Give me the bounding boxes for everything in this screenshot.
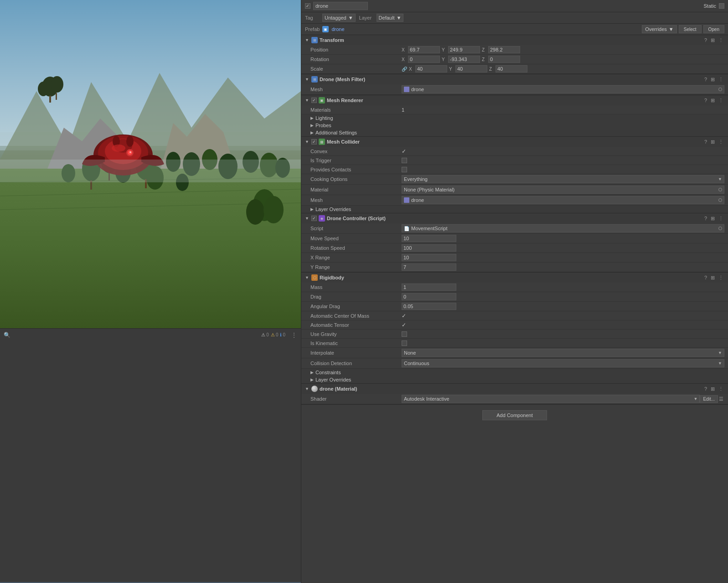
mesh-collider-more-btn[interactable]: ⋮	[718, 139, 724, 145]
script-row: Script 📄 MovementScript	[301, 223, 728, 234]
y-range-input[interactable]	[402, 263, 456, 271]
object-header: ✓ Static	[301, 0, 728, 12]
layer-dropdown[interactable]: Default ▼	[377, 14, 404, 22]
overrides-dropdown[interactable]: Overrides ▼	[642, 25, 677, 33]
inspector-panel[interactable]: ✓ Static Tag Untagged ▼ Layer Default ▼ …	[301, 0, 728, 583]
select-button[interactable]: Select	[679, 25, 702, 33]
scale-label: Scale	[310, 66, 402, 72]
drone-controller-help-btn[interactable]: ?	[703, 216, 708, 222]
mesh-collider-title: Mesh Collider	[327, 139, 702, 144]
scale-z-input[interactable]	[496, 65, 527, 72]
material-list-btn[interactable]: ☰	[718, 396, 724, 402]
mesh-renderer-help-btn[interactable]: ?	[703, 98, 708, 103]
rigidbody-more-btn[interactable]: ⋮	[718, 275, 724, 281]
constraints-header[interactable]: ▶ Constraints	[301, 369, 728, 376]
rigidbody-preset-btn[interactable]: ⊞	[710, 275, 716, 281]
cooking-options-dropdown[interactable]: Everything ▼	[402, 175, 724, 183]
mesh-filter-header[interactable]: ▼ ⊞ Drone (Mesh Filter) ? ⊞ ⋮	[301, 74, 728, 84]
material-header[interactable]: ▼ drone (Material) ? ⊞ ⋮	[301, 384, 728, 394]
use-gravity-checkbox[interactable]	[402, 331, 407, 337]
scale-x-input[interactable]	[415, 65, 447, 72]
x-range-input[interactable]	[402, 254, 456, 261]
transform-preset-btn[interactable]: ⊞	[710, 37, 716, 43]
materials-count: 1	[402, 107, 724, 113]
rigidbody-title: Rigidbody	[320, 275, 702, 280]
drag-input[interactable]	[402, 293, 456, 300]
position-z-input[interactable]	[488, 46, 520, 53]
rotation-speed-input[interactable]	[402, 244, 456, 252]
mass-row: Mass	[301, 283, 728, 292]
mesh-filter-mesh-icon	[404, 87, 409, 92]
lighting-header[interactable]: ▶ Lighting	[301, 114, 728, 122]
add-component-button[interactable]: Add Component	[482, 410, 547, 420]
object-enable-checkbox[interactable]: ✓	[305, 3, 310, 9]
mesh-renderer-enable[interactable]: ✓	[311, 98, 317, 103]
is-trigger-checkbox[interactable]	[402, 158, 407, 163]
provides-contacts-label: Provides Contacts	[310, 167, 402, 172]
move-speed-row: Move Speed	[301, 234, 728, 243]
move-speed-input[interactable]	[402, 235, 456, 242]
angular-drag-input[interactable]	[402, 303, 456, 310]
script-dot[interactable]	[718, 227, 722, 230]
cooking-options-row: Cooking Options Everything ▼	[301, 174, 728, 185]
mass-input[interactable]	[402, 284, 456, 291]
probes-label: Probes	[315, 123, 331, 128]
mesh-renderer-header[interactable]: ▼ ✓ ▣ Mesh Renderer ? ⊞ ⋮	[301, 95, 728, 105]
interpolate-dropdown[interactable]: None ▼	[402, 349, 724, 357]
svg-point-43	[112, 144, 125, 152]
transform-header[interactable]: ▼ ⊞ Transform ? ⊞ ⋮	[301, 35, 728, 45]
rotation-x-input[interactable]	[408, 56, 440, 63]
drone-controller-collapse: ▼	[305, 216, 310, 221]
mesh-collider-material-dot[interactable]	[718, 188, 722, 191]
open-button[interactable]: Open	[703, 25, 724, 33]
is-kinematic-checkbox[interactable]	[402, 341, 407, 346]
x-range-label: X Range	[310, 255, 402, 260]
provides-contacts-checkbox[interactable]	[402, 167, 407, 172]
mesh-renderer-more-btn[interactable]: ⋮	[718, 98, 724, 103]
mesh-collider-help-btn[interactable]: ?	[703, 139, 708, 145]
material-help-btn[interactable]: ?	[703, 386, 708, 392]
rigidbody-layer-overrides[interactable]: ▶ Layer Overrides	[301, 376, 728, 383]
probes-header[interactable]: ▶ Probes	[301, 122, 728, 129]
mesh-collider-mesh-dot[interactable]	[718, 198, 722, 202]
drone-controller-enable[interactable]: ✓	[311, 216, 317, 221]
rotation-x-field: X	[402, 56, 440, 63]
drag-row: Drag	[301, 292, 728, 302]
transform-more-btn[interactable]: ⋮	[718, 37, 724, 43]
position-x-input[interactable]	[408, 46, 440, 53]
mesh-collider-header[interactable]: ▼ ✓ ▦ Mesh Collider ? ⊞ ⋮	[301, 137, 728, 147]
collision-detection-dropdown[interactable]: Continuous ▼	[402, 359, 724, 367]
drone-controller-preset-btn[interactable]: ⊞	[710, 216, 716, 222]
scene-more-btn[interactable]: ⋮	[291, 331, 297, 339]
additional-settings-header[interactable]: ▶ Additional Settings	[301, 129, 728, 136]
mesh-collider-enable[interactable]: ✓	[311, 139, 317, 144]
rotation-fields: X Y Z	[402, 56, 724, 63]
material-preset-btn[interactable]: ⊞	[710, 386, 716, 392]
scene-svg	[0, 0, 301, 328]
rigidbody-header[interactable]: ▼ ⬡ Rigidbody ? ⊞ ⋮	[301, 273, 728, 283]
position-y-input[interactable]	[448, 46, 480, 53]
mesh-renderer-preset-btn[interactable]: ⊞	[710, 98, 716, 103]
rotation-y-input[interactable]	[448, 56, 480, 63]
shader-edit-btn[interactable]: Edit...	[700, 395, 718, 403]
scale-y-input[interactable]	[455, 65, 487, 72]
material-more-btn[interactable]: ⋮	[718, 386, 724, 392]
shader-label: Shader	[310, 396, 402, 402]
mesh-filter-more-btn[interactable]: ⋮	[718, 77, 724, 83]
object-name-input[interactable]	[313, 2, 368, 10]
mesh-filter-help-btn[interactable]: ?	[703, 77, 708, 83]
mesh-collider-layer-overrides[interactable]: ▶ Layer Overrides	[301, 206, 728, 213]
drone-controller-more-btn[interactable]: ⋮	[718, 216, 724, 222]
mesh-filter-preset-btn[interactable]: ⊞	[710, 77, 716, 83]
transform-collapse-arrow: ▼	[305, 38, 310, 42]
mesh-filter-mesh-dot[interactable]	[718, 88, 722, 91]
drone-controller-header[interactable]: ▼ ✓ ◈ Drone Controller (Script) ? ⊞ ⋮	[301, 213, 728, 223]
static-checkbox[interactable]	[719, 3, 724, 9]
mesh-collider-preset-btn[interactable]: ⊞	[710, 139, 716, 145]
rigidbody-help-btn[interactable]: ?	[703, 275, 708, 281]
rotation-z-input[interactable]	[488, 56, 520, 63]
tag-dropdown[interactable]: Untagged ▼	[322, 14, 356, 22]
transform-help-btn[interactable]: ?	[703, 37, 708, 43]
svg-point-32	[246, 199, 264, 225]
shader-dropdown[interactable]: Autodesk Interactive ▼	[402, 395, 700, 403]
